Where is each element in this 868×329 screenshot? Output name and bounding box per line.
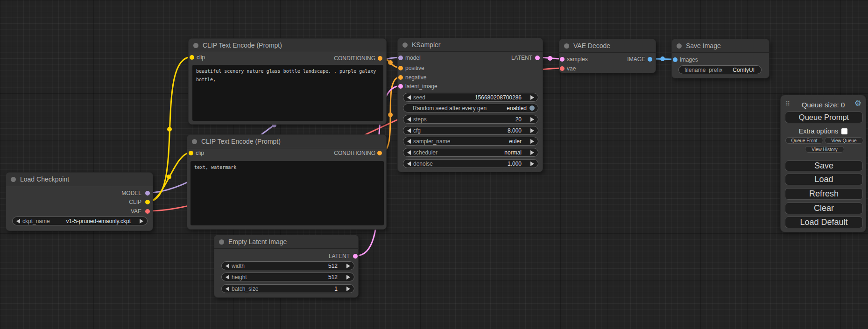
collapse-dot-icon[interactable] (677, 43, 682, 49)
latent-output-port[interactable] (353, 254, 358, 259)
node-title-bar[interactable]: VAE Decode (559, 39, 656, 53)
clear-button[interactable]: Clear (785, 203, 863, 214)
model-input-port[interactable] (398, 56, 403, 60)
node-title-bar[interactable]: KSampler (398, 38, 543, 52)
batch-size-widget[interactable]: batch_size 1 (221, 284, 354, 293)
graph-canvas[interactable]: { "nodes": { "load_checkpoint": { "title… (0, 0, 868, 329)
positive-prompt-textarea[interactable]: beautiful scenery nature glass bottle la… (192, 65, 383, 121)
vae-input-port[interactable] (560, 66, 565, 71)
collapse-dot-icon[interactable] (11, 177, 16, 182)
view-history-button[interactable]: View History (805, 146, 844, 153)
height-widget[interactable]: height 512 (221, 273, 354, 281)
negative-input-port[interactable] (398, 75, 403, 80)
cfg-widget[interactable]: cfg 8.000 (403, 126, 538, 135)
clip-input-port[interactable] (190, 55, 194, 60)
seed-widget[interactable]: seed 156680208700286 (403, 93, 538, 102)
node-ksampler[interactable]: KSampler model positive negative latent_… (397, 38, 543, 172)
decrement-arrow-icon[interactable] (407, 150, 411, 155)
node-title-bar[interactable]: Load Checkpoint (6, 173, 153, 186)
node-title-bar[interactable]: CLIP Text Encode (Prompt) (187, 135, 386, 148)
filename-prefix-widget[interactable]: filename_prefix ComfyUI (678, 65, 762, 74)
node-load-checkpoint[interactable]: Load Checkpoint MODEL CLIP VAE ckpt_name… (6, 172, 153, 231)
widget-label: steps (413, 116, 427, 123)
increment-arrow-icon[interactable] (346, 287, 350, 291)
samples-input-port[interactable] (560, 57, 565, 62)
clip-input-port[interactable] (189, 151, 193, 155)
latent-output-port[interactable] (535, 56, 540, 60)
increment-arrow-icon[interactable] (530, 139, 534, 144)
node-title-bar[interactable]: Save Image (672, 39, 769, 53)
decrement-arrow-icon[interactable] (407, 161, 411, 166)
collapse-dot-icon[interactable] (402, 42, 408, 48)
clip-output-port[interactable] (145, 200, 150, 204)
collapse-dot-icon[interactable] (219, 239, 224, 245)
decrement-arrow-icon[interactable] (226, 287, 229, 291)
increment-arrow-icon[interactable] (346, 264, 350, 268)
widget-label: sampler_name (413, 138, 450, 145)
conditioning-output-port[interactable] (377, 151, 382, 155)
increment-arrow-icon[interactable] (346, 275, 350, 280)
positive-input-port[interactable] (398, 66, 403, 70)
node-title: Empty Latent Image (228, 238, 287, 245)
collapse-dot-icon[interactable] (192, 139, 197, 144)
model-output-port[interactable] (145, 191, 150, 196)
view-queue-button[interactable]: View Queue (825, 137, 863, 144)
settings-gear-icon[interactable]: ⚙ (854, 99, 861, 107)
denoise-widget[interactable]: denoise 1.000 (403, 159, 538, 168)
increment-arrow-icon[interactable] (530, 128, 534, 133)
node-title: CLIP Text Encode (Prompt) (203, 42, 282, 49)
increment-arrow-icon[interactable] (530, 117, 534, 122)
node-title-bar[interactable]: CLIP Text Encode (Prompt) (189, 39, 386, 52)
output-label-conditioning: CONDITIONING (334, 150, 375, 156)
collapse-dot-icon[interactable] (193, 43, 198, 48)
ckpt-name-widget[interactable]: ckpt_name v1-5-pruned-emaonly.ckpt (12, 217, 148, 225)
queue-front-button[interactable]: Queue Front (785, 137, 823, 144)
images-input-port[interactable] (673, 57, 677, 62)
increment-arrow-icon[interactable] (530, 161, 534, 166)
node-title: VAE Decode (573, 42, 610, 49)
queue-size-label: Queue size: 0 (781, 101, 866, 109)
vae-output-port[interactable] (145, 209, 150, 214)
widget-label: seed (413, 94, 425, 101)
latent-image-input-port[interactable] (398, 84, 403, 89)
node-vae-decode[interactable]: VAE Decode samples vae IMAGE (559, 39, 656, 73)
steps-widget[interactable]: steps 20 (403, 115, 538, 124)
toggle-enabled-icon[interactable] (529, 105, 535, 111)
widget-label: scheduler (413, 149, 438, 156)
conditioning-output-port[interactable] (378, 56, 382, 61)
negative-prompt-textarea[interactable]: text, watermark (191, 161, 384, 225)
increment-arrow-icon[interactable] (530, 95, 534, 100)
widget-label: denoise (413, 161, 433, 167)
width-widget[interactable]: width 512 (221, 261, 354, 270)
decrement-arrow-icon[interactable] (226, 275, 229, 280)
random-seed-toggle-widget[interactable]: Random seed after every gen enabled (403, 104, 538, 112)
sampler-name-widget[interactable]: sampler_name euler (403, 137, 538, 146)
widget-value: v1-5-pruned-emaonly.ckpt (66, 218, 131, 224)
node-title-bar[interactable]: Empty Latent Image (214, 235, 358, 249)
image-output-port[interactable] (648, 57, 652, 62)
node-title: KSampler (412, 41, 440, 49)
decrement-arrow-icon[interactable] (407, 117, 411, 122)
node-save-image[interactable]: Save Image images filename_prefix ComfyU… (671, 39, 769, 78)
load-default-button[interactable]: Load Default (785, 217, 863, 228)
scheduler-widget[interactable]: scheduler normal (403, 148, 538, 157)
decrement-arrow-icon[interactable] (16, 219, 20, 224)
increment-arrow-icon[interactable] (140, 219, 143, 224)
widget-value: euler (509, 138, 522, 145)
decrement-arrow-icon[interactable] (407, 128, 411, 133)
decrement-arrow-icon[interactable] (407, 95, 411, 100)
queue-prompt-button[interactable]: Queue Prompt (785, 112, 863, 123)
decrement-arrow-icon[interactable] (226, 264, 229, 268)
load-button[interactable]: Load (785, 174, 863, 185)
collapse-dot-icon[interactable] (564, 43, 569, 49)
decrement-arrow-icon[interactable] (407, 139, 411, 144)
extra-options-checkbox[interactable] (841, 128, 847, 134)
node-empty-latent-image[interactable]: Empty Latent Image LATENT width 512 heig… (214, 235, 359, 298)
node-clip-text-encode-negative[interactable]: CLIP Text Encode (Prompt) clip CONDITION… (187, 134, 387, 230)
output-label-clip: CLIP (129, 199, 141, 205)
node-clip-text-encode-positive[interactable]: CLIP Text Encode (Prompt) clip CONDITION… (188, 38, 387, 125)
output-label-latent: LATENT (511, 55, 532, 61)
refresh-button[interactable]: Refresh (785, 188, 863, 200)
increment-arrow-icon[interactable] (530, 150, 534, 155)
save-button[interactable]: Save (785, 161, 863, 171)
